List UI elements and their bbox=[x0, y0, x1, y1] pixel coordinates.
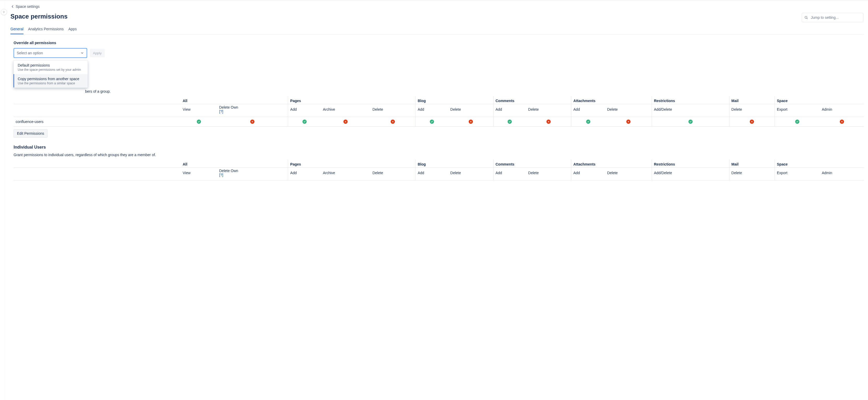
cross-icon bbox=[391, 120, 395, 124]
col-restrictions: Restrictions bbox=[652, 159, 729, 167]
tick-icon bbox=[507, 120, 512, 124]
chevron-down-icon bbox=[81, 51, 84, 55]
breadcrumb-label: Space settings bbox=[16, 4, 40, 9]
apply-button[interactable]: Apply bbox=[90, 49, 105, 57]
svg-point-0 bbox=[805, 16, 807, 18]
sub-blog-delete: Delete bbox=[448, 104, 494, 117]
cross-icon bbox=[626, 120, 630, 124]
sub-delete-own: Delete Own[?] bbox=[217, 104, 288, 117]
edit-permissions-button[interactable]: Edit Permissions bbox=[13, 129, 48, 137]
settings-search-input[interactable] bbox=[810, 15, 861, 20]
override-dropdown: Default permissions Use the space permis… bbox=[13, 61, 88, 88]
perm-cell bbox=[526, 117, 571, 127]
col-comments: Comments bbox=[493, 159, 571, 167]
col-space: Space bbox=[775, 159, 864, 167]
tick-icon bbox=[197, 120, 201, 124]
sub-mail-delete: Delete bbox=[729, 167, 775, 180]
sub-attach-add: Add bbox=[571, 167, 605, 180]
table-row: confluence-users bbox=[13, 117, 864, 127]
perm-cell bbox=[321, 117, 370, 127]
col-pages: Pages bbox=[288, 96, 415, 104]
perm-cell bbox=[729, 117, 775, 127]
users-heading: Individual Users bbox=[13, 145, 864, 150]
sub-delete-own: Delete Own[?] bbox=[217, 167, 288, 180]
cross-icon bbox=[840, 120, 844, 124]
tick-icon bbox=[586, 120, 590, 124]
settings-search[interactable] bbox=[802, 13, 863, 22]
breadcrumb[interactable]: Space settings bbox=[10, 2, 868, 13]
override-select-placeholder: Select an option bbox=[17, 51, 43, 55]
sub-restrictions: Add/Delete bbox=[652, 104, 729, 117]
tick-icon bbox=[303, 120, 307, 124]
tab-general[interactable]: General bbox=[10, 25, 24, 34]
option-default-permissions[interactable]: Default permissions Use the space permis… bbox=[13, 61, 88, 74]
sub-pages-add: Add bbox=[288, 167, 321, 180]
sub-comments-delete: Delete bbox=[526, 167, 571, 180]
group-name: confluence-users bbox=[13, 117, 181, 127]
cross-icon bbox=[469, 120, 473, 124]
help-link[interactable]: [?] bbox=[219, 173, 223, 177]
sub-attach-delete: Delete bbox=[605, 104, 652, 117]
perm-cell bbox=[415, 117, 448, 127]
cross-icon bbox=[343, 120, 348, 124]
option-copy-permissions[interactable]: Copy permissions from another space Use … bbox=[13, 74, 88, 88]
sub-attach-add: Add bbox=[571, 104, 605, 117]
sub-view: View bbox=[181, 104, 217, 117]
option-subtitle: Use the permissions from a similar space bbox=[18, 82, 84, 85]
sub-view: View bbox=[181, 167, 217, 180]
override-heading: Override all permissions bbox=[13, 41, 864, 45]
sub-space-export: Export bbox=[775, 104, 820, 117]
sub-mail-delete: Delete bbox=[729, 104, 775, 117]
cross-icon bbox=[750, 120, 754, 124]
col-restrictions: Restrictions bbox=[652, 96, 729, 104]
groups-permissions-table: All Pages Blog Comments Attachments Rest… bbox=[13, 96, 864, 127]
cross-icon bbox=[250, 120, 254, 124]
page-title: Space permissions bbox=[10, 13, 68, 20]
sub-restrictions: Add/Delete bbox=[652, 167, 729, 180]
sub-comments-add: Add bbox=[493, 167, 526, 180]
perm-cell bbox=[448, 117, 494, 127]
users-permissions-table: All Pages Blog Comments Attachments Rest… bbox=[13, 159, 864, 180]
col-all: All bbox=[181, 159, 288, 167]
perm-cell bbox=[288, 117, 321, 127]
perm-cell bbox=[217, 117, 288, 127]
sidebar-expand-button[interactable] bbox=[1, 9, 7, 15]
sub-attach-delete: Delete bbox=[605, 167, 652, 180]
col-attachments: Attachments bbox=[571, 159, 652, 167]
sub-comments-delete: Delete bbox=[526, 104, 571, 117]
option-subtitle: Use the space permissions set by your ad… bbox=[18, 68, 84, 71]
sub-blog-add: Add bbox=[415, 167, 448, 180]
col-attachments: Attachments bbox=[571, 96, 652, 104]
sub-space-admin: Admin bbox=[820, 104, 864, 117]
col-blog: Blog bbox=[415, 96, 493, 104]
tab-analytics-permissions[interactable]: Analytics Permissions bbox=[28, 25, 64, 34]
col-mail: Mail bbox=[729, 96, 775, 104]
chevron-left-icon bbox=[10, 4, 14, 9]
sub-pages-delete: Delete bbox=[370, 104, 415, 117]
help-link[interactable]: [?] bbox=[219, 110, 223, 114]
tab-apps[interactable]: Apps bbox=[68, 25, 77, 34]
perm-cell bbox=[571, 117, 605, 127]
sub-pages-archive: Archive bbox=[321, 167, 370, 180]
override-select[interactable]: Select an option bbox=[13, 48, 87, 58]
col-mail: Mail bbox=[729, 159, 775, 167]
col-pages: Pages bbox=[288, 159, 415, 167]
sub-space-admin: Admin bbox=[820, 167, 864, 180]
sub-pages-delete: Delete bbox=[370, 167, 415, 180]
tick-icon bbox=[430, 120, 434, 124]
search-icon bbox=[804, 16, 808, 20]
sub-blog-delete: Delete bbox=[448, 167, 494, 180]
perm-cell bbox=[652, 117, 729, 127]
perm-cell bbox=[605, 117, 652, 127]
tick-icon bbox=[688, 120, 693, 124]
perm-cell bbox=[181, 117, 217, 127]
option-title: Copy permissions from another space bbox=[18, 77, 84, 81]
perm-cell bbox=[493, 117, 526, 127]
tick-icon bbox=[795, 120, 799, 124]
option-title: Default permissions bbox=[18, 63, 84, 67]
sub-pages-add: Add bbox=[288, 104, 321, 117]
col-blog: Blog bbox=[415, 159, 493, 167]
perm-cell bbox=[370, 117, 415, 127]
cross-icon bbox=[547, 120, 551, 124]
col-all: All bbox=[181, 96, 288, 104]
